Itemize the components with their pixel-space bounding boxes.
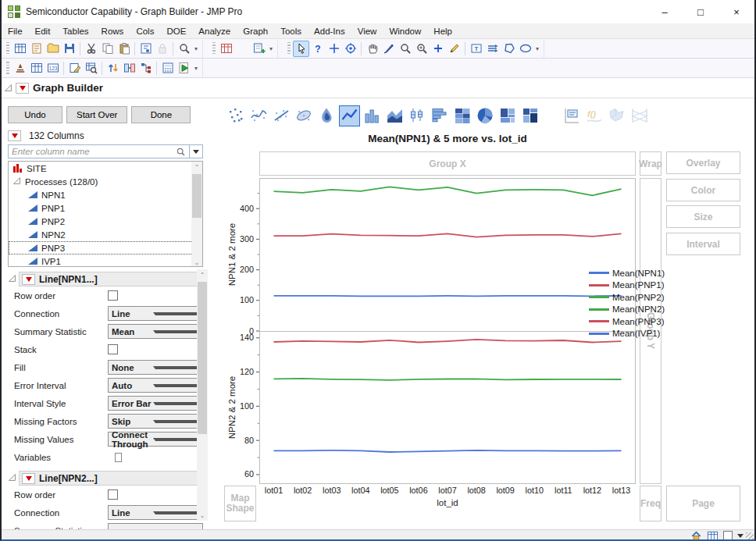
interval-style-select[interactable]: Error Bar bbox=[108, 396, 203, 411]
scrollbar-thumb[interactable] bbox=[192, 174, 201, 218]
menu-addins[interactable]: Add-Ins bbox=[308, 25, 351, 37]
drop-zone-group-x[interactable]: Group X bbox=[259, 151, 636, 176]
toolbar-drag-handle[interactable] bbox=[6, 42, 9, 55]
new-data-table-icon[interactable] bbox=[12, 41, 28, 57]
crosshair-icon[interactable] bbox=[326, 41, 342, 57]
columns-red-triangle-button[interactable] bbox=[8, 130, 21, 141]
search-filter-dropdown[interactable] bbox=[190, 144, 203, 158]
bar-icon[interactable] bbox=[362, 105, 383, 126]
stack-checkbox[interactable] bbox=[108, 344, 118, 354]
drop-zone-map-shape[interactable]: Map Shape bbox=[224, 486, 256, 521]
cut-icon[interactable] bbox=[83, 41, 99, 57]
scroll-up-icon[interactable]: ⌃ bbox=[197, 269, 208, 280]
menu-doe[interactable]: DOE bbox=[160, 25, 192, 37]
data-table-window-icon[interactable] bbox=[218, 41, 234, 57]
smoother-icon[interactable] bbox=[248, 105, 269, 126]
close-button[interactable]: × bbox=[719, 0, 754, 23]
outline-collapse-icon[interactable] bbox=[8, 274, 16, 284]
outline-collapse-icon[interactable] bbox=[8, 473, 16, 483]
variables-expander-icon[interactable] bbox=[116, 454, 121, 461]
scroll-down-icon[interactable]: ⌄ bbox=[191, 257, 202, 267]
paste-icon[interactable] bbox=[116, 41, 132, 57]
scroll-down-icon[interactable]: ⌄ bbox=[197, 510, 208, 521]
points-icon[interactable] bbox=[226, 105, 247, 126]
red-triangle-menu-button[interactable] bbox=[22, 473, 35, 484]
column-item-pnp2[interactable]: PNP2 bbox=[9, 215, 202, 228]
column-item-pnp1[interactable]: PNP1 bbox=[9, 201, 202, 215]
caption-box-icon[interactable] bbox=[561, 105, 582, 126]
missing-factors-select[interactable]: Skip bbox=[108, 414, 203, 429]
group-expander-icon[interactable] bbox=[12, 176, 21, 187]
dropdown-caret-icon[interactable] bbox=[737, 534, 744, 538]
summary-statistic-select[interactable]: Mean bbox=[108, 324, 203, 339]
text-annotation-icon[interactable]: T bbox=[468, 41, 484, 57]
oval-annotation-icon[interactable] bbox=[517, 41, 533, 57]
help-icon[interactable]: ? bbox=[309, 41, 326, 57]
summary-columns-icon[interactable] bbox=[234, 41, 251, 57]
legend-item[interactable]: Mean(PNP3) bbox=[589, 315, 665, 328]
legend-item[interactable]: Mean(PNP1) bbox=[589, 279, 665, 292]
outline-collapse-icon[interactable] bbox=[4, 81, 12, 95]
menu-analyze[interactable]: Analyze bbox=[192, 25, 237, 37]
mosaic-icon[interactable] bbox=[520, 105, 541, 126]
drop-zone-color[interactable]: Color bbox=[666, 179, 740, 201]
drop-zone-size[interactable]: Size bbox=[666, 205, 740, 228]
split-tables-icon[interactable] bbox=[137, 60, 154, 77]
table-grid-icon[interactable] bbox=[28, 60, 45, 77]
undo-button[interactable]: Undo bbox=[8, 106, 62, 123]
column-item-ivp1[interactable]: IVP1 bbox=[9, 254, 202, 267]
new-script-icon[interactable] bbox=[251, 41, 267, 57]
red-triangle-menu-button[interactable] bbox=[16, 83, 29, 94]
open-file-icon[interactable] bbox=[45, 41, 61, 57]
menu-cols[interactable]: Cols bbox=[130, 25, 160, 37]
distribution-icon[interactable] bbox=[12, 60, 28, 77]
menu-tools[interactable]: Tools bbox=[274, 25, 308, 37]
toolbar-drag-handle[interactable] bbox=[287, 42, 291, 55]
column-search-input[interactable]: Enter column name bbox=[8, 144, 190, 158]
save-icon[interactable] bbox=[61, 41, 77, 57]
column-item-npn2[interactable]: NPN2 bbox=[9, 228, 202, 241]
plot-area[interactable]: 0100200300400NPN1 & 2 more6080100120140N… bbox=[223, 178, 637, 484]
ellipse-icon[interactable] bbox=[294, 105, 315, 126]
legend-item[interactable]: Mean(PNP2) bbox=[589, 291, 665, 304]
drop-zone-wrap[interactable]: Wrap bbox=[640, 151, 662, 176]
menu-graph[interactable]: Graph bbox=[237, 25, 274, 37]
row-order-checkbox[interactable] bbox=[108, 290, 118, 301]
panel-scrollbar[interactable]: ⌃ ⌄ bbox=[197, 269, 208, 521]
red-triangle-menu-button[interactable] bbox=[22, 274, 35, 285]
line-annotation-icon[interactable] bbox=[484, 41, 501, 57]
heatmap-icon[interactable] bbox=[452, 105, 473, 126]
resize-grip[interactable] bbox=[746, 532, 754, 540]
annotate-pen-icon[interactable] bbox=[446, 41, 462, 57]
zoom-in-icon[interactable] bbox=[413, 41, 430, 57]
menu-file[interactable]: File bbox=[2, 25, 29, 37]
toolbar-drag-handle[interactable] bbox=[212, 42, 216, 55]
toolbar-overflow-icon[interactable]: ▾ bbox=[192, 65, 200, 72]
histogram-icon[interactable] bbox=[430, 105, 451, 126]
menu-window[interactable]: Window bbox=[383, 25, 427, 37]
drop-zone-page[interactable]: Page bbox=[666, 486, 740, 521]
minimize-button[interactable]: – bbox=[647, 0, 683, 23]
menu-help[interactable]: Help bbox=[427, 25, 458, 37]
join-tables-icon[interactable] bbox=[121, 60, 137, 77]
drop-zone-interval[interactable]: Interval bbox=[666, 233, 740, 255]
done-button[interactable]: Done bbox=[131, 106, 191, 123]
sort-icon[interactable] bbox=[105, 60, 121, 77]
grabber-hand-icon[interactable] bbox=[364, 41, 380, 57]
column-item-pnp3[interactable]: PNP3 bbox=[9, 241, 202, 254]
treemap-icon[interactable] bbox=[497, 105, 519, 126]
run-script-icon[interactable] bbox=[176, 60, 192, 77]
menu-view[interactable]: View bbox=[351, 25, 383, 37]
calculator-icon[interactable] bbox=[159, 60, 176, 77]
connection-select[interactable]: Line bbox=[108, 505, 203, 520]
preferences-icon[interactable] bbox=[137, 41, 154, 57]
color-swatch[interactable] bbox=[723, 531, 733, 540]
search-table-icon[interactable] bbox=[83, 60, 99, 77]
column-list-scrollbar[interactable]: ⌃⌄ bbox=[191, 162, 202, 267]
toolbar-overflow-icon[interactable]: ▾ bbox=[192, 45, 200, 52]
brush-icon[interactable] bbox=[380, 41, 397, 57]
copy-icon[interactable] bbox=[99, 41, 116, 57]
error-interval-select[interactable]: Auto bbox=[108, 378, 203, 393]
menu-edit[interactable]: Edit bbox=[29, 25, 57, 37]
bullseye-icon[interactable] bbox=[342, 41, 358, 57]
